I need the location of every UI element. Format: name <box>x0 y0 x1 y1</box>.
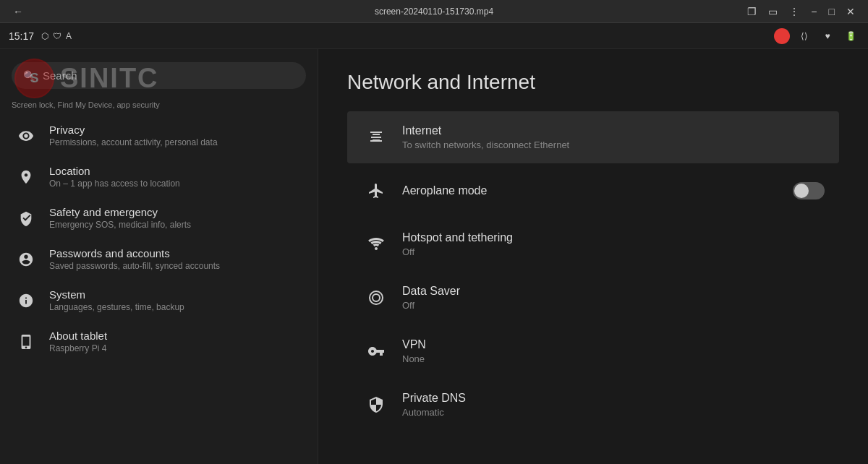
vpn-text: VPN None <box>402 338 825 364</box>
internet-subtitle: To switch networks, disconnect Ethernet <box>402 139 825 150</box>
wifi-icon: ♥ <box>819 27 836 45</box>
search-hint: Screen lock, Find My Device, app securit… <box>0 100 318 115</box>
record-indicator <box>774 28 790 44</box>
privateDNS-title: Private DNS <box>402 392 825 405</box>
vpn-icon <box>362 337 391 366</box>
location-subtitle: On – 1 app has access to location <box>49 179 180 189</box>
about-title: About tablet <box>49 330 107 342</box>
hotspot-text: Hotspot and tethering Off <box>402 231 825 257</box>
expand-button[interactable]: ❐ <box>743 4 761 19</box>
sidebar: 🔍 Search Screen lock, Find My Device, ap… <box>0 49 318 464</box>
sidebar-item-passwords[interactable]: Passwords and accounts Saved passwords, … <box>0 239 318 280</box>
sidebar-item-about[interactable]: About tablet Raspberry Pi 4 <box>0 321 318 362</box>
window-bar: ← screen-20240110-151730.mp4 ❐ ▭ ⋮ − □ ✕ <box>0 0 868 23</box>
safety-title: Safety and emergency <box>49 206 191 218</box>
privateDNS-text: Private DNS Automatic <box>402 392 825 418</box>
aeroplane-toggle[interactable] <box>793 182 825 199</box>
hotspot-title: Hotspot and tethering <box>402 231 825 244</box>
datasaver-text: Data Saver Off <box>402 285 825 311</box>
vpn-subtitle: None <box>402 353 825 364</box>
passwords-subtitle: Saved passwords, auto-fill, synced accou… <box>49 261 220 271</box>
vpn-title: VPN <box>402 338 825 351</box>
monitor-button[interactable]: ▭ <box>764 4 782 19</box>
sidebar-item-location[interactable]: Location On – 1 app has access to locati… <box>0 156 318 197</box>
internet-text: Internet To switch networks, disconnect … <box>402 124 825 150</box>
privacy-subtitle: Permissions, account activity, personal … <box>49 137 218 147</box>
location-title: Location <box>49 165 180 177</box>
privacy-text: Privacy Permissions, account activity, p… <box>49 124 218 147</box>
system-subtitle: Languages, gestures, time, backup <box>49 302 184 312</box>
privateDNS-icon <box>362 390 391 419</box>
status-bar: 15:17 ⬡ 🛡 A ⟨⟩ ♥ 🔋 <box>0 23 868 49</box>
privacy-icon <box>14 124 38 147</box>
sidebar-item-privacy[interactable]: Privacy Permissions, account activity, p… <box>0 115 318 156</box>
hotspot-subtitle: Off <box>402 246 825 257</box>
svg-point-0 <box>370 291 383 304</box>
usb-icon: ⬡ <box>41 31 48 41</box>
content-item-privateDNS[interactable]: Private DNS Automatic <box>347 379 839 431</box>
search-bar[interactable]: 🔍 Search <box>12 62 306 89</box>
safety-icon <box>14 207 38 230</box>
app-layout: 🔍 Search Screen lock, Find My Device, ap… <box>0 49 868 464</box>
broadcast-icon: ⟨⟩ <box>796 27 813 45</box>
privacy-title: Privacy <box>49 124 218 136</box>
window-bar-left: ← <box>9 4 27 19</box>
location-text: Location On – 1 app has access to locati… <box>49 165 180 189</box>
about-subtitle: Raspberry Pi 4 <box>49 343 107 353</box>
passwords-icon <box>14 248 38 271</box>
search-icon: 🔍 <box>23 70 35 82</box>
datasaver-subtitle: Off <box>402 300 825 311</box>
datasaver-title: Data Saver <box>402 285 825 298</box>
system-title: System <box>49 288 184 301</box>
a-icon: A <box>66 31 72 41</box>
search-placeholder: Search <box>43 69 77 82</box>
safety-text: Safety and emergency Emergency SOS, medi… <box>49 206 191 230</box>
restore-button[interactable]: □ <box>825 4 839 19</box>
privateDNS-subtitle: Automatic <box>402 407 825 418</box>
window-controls: ❐ ▭ ⋮ − □ ✕ <box>743 4 859 19</box>
more-button[interactable]: ⋮ <box>785 4 804 19</box>
about-text: About tablet Raspberry Pi 4 <box>49 330 107 353</box>
minimize-button[interactable]: − <box>807 4 821 19</box>
aeroplane-toggle-knob <box>794 184 809 198</box>
safety-subtitle: Emergency SOS, medical info, alerts <box>49 220 191 230</box>
sidebar-item-safety[interactable]: Safety and emergency Emergency SOS, medi… <box>0 197 318 239</box>
battery-icon: 🔋 <box>842 27 859 45</box>
status-icons: ⬡ 🛡 A <box>41 31 72 41</box>
status-time: 15:17 <box>9 30 34 42</box>
hotspot-icon <box>362 230 391 259</box>
system-icon <box>14 289 38 312</box>
sidebar-item-system[interactable]: System Languages, gestures, time, backup <box>0 280 318 321</box>
passwords-title: Passwords and accounts <box>49 247 220 259</box>
window-title: screen-20240110-151730.mp4 <box>375 7 493 17</box>
page-title: Network and Internet <box>347 71 839 94</box>
svg-point-1 <box>373 294 380 301</box>
aeroplane-toggle-container <box>793 182 825 199</box>
datasaver-icon <box>362 283 391 312</box>
content-item-datasaver[interactable]: Data Saver Off <box>347 272 839 324</box>
aeroplane-text: Aeroplane mode <box>402 184 793 197</box>
shield-icon: 🛡 <box>53 31 61 41</box>
content-item-hotspot[interactable]: Hotspot and tethering Off <box>347 218 839 270</box>
internet-icon <box>362 123 391 152</box>
content-item-aeroplane[interactable]: Aeroplane mode <box>347 165 839 217</box>
right-status-icons: ⟨⟩ ♥ 🔋 <box>774 27 859 45</box>
aeroplane-title: Aeroplane mode <box>402 184 793 197</box>
passwords-text: Passwords and accounts Saved passwords, … <box>49 247 220 271</box>
content-item-internet[interactable]: Internet To switch networks, disconnect … <box>347 111 839 163</box>
content-item-vpn[interactable]: VPN None <box>347 325 839 377</box>
system-text: System Languages, gestures, time, backup <box>49 288 184 312</box>
close-button[interactable]: ✕ <box>842 4 859 19</box>
internet-title: Internet <box>402 124 825 137</box>
location-icon <box>14 166 38 189</box>
content-area: Network and Internet Internet To switch … <box>318 49 868 464</box>
about-icon <box>14 330 38 353</box>
back-button[interactable]: ← <box>9 4 27 19</box>
aeroplane-icon <box>362 176 391 205</box>
